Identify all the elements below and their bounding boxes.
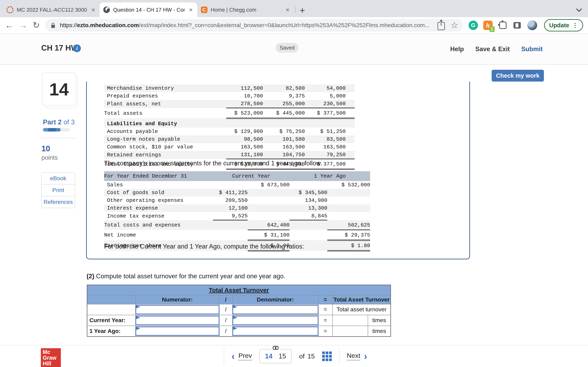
cell-flag-icon [233,316,237,321]
numerator-input-3[interactable] [135,326,219,336]
honey-badge: 1 [489,26,495,32]
table-header-row: For Year Ended December 31Current Year1 … [104,171,370,181]
denominator-input-1[interactable] [232,305,319,314]
amount-cell: $ 523,000 [226,108,263,118]
amount-cell: 54,000 [305,84,346,92]
canvas-favicon-icon [7,6,13,13]
amount-cell: 502,625 [327,220,370,230]
saved-status-badge: Saved [276,43,298,53]
column-header: 1 Year Ago [290,171,370,181]
chevron-down-icon[interactable] [576,6,582,12]
amount-cell: 83,500 [305,135,346,143]
tab-canvas-course[interactable]: MC 2022 FALL-ACC112 30008 × [3,2,100,17]
ebook-button[interactable]: eBook [42,173,75,184]
linked-page: 15 [279,352,286,360]
tab-strip: MC 2022 FALL-ACC112 30008 × Question 14 … [0,0,588,17]
profile-avatar[interactable] [527,20,537,30]
table-row: Other operating expenses209,550134,980 [104,197,370,204]
print-button[interactable]: Print [42,184,75,196]
amount-cell: 9,375 [263,92,305,100]
amount-cell: 163,500 [226,143,263,151]
more-menu-icon[interactable]: ⋮ [572,22,578,29]
prev-button[interactable]: ‹ Prev [232,351,252,361]
answer-cell-2[interactable] [333,315,368,326]
row-label: Current Year: [87,315,136,326]
chevron-right-icon: › [364,351,367,361]
amount-cell: 13,300 [290,204,327,212]
address-bar[interactable]: https://ezto.mheducation.com/ext/map/ind… [45,19,463,32]
page-count: of 15 [299,352,315,360]
references-button[interactable]: References [42,196,75,208]
save-exit-button[interactable]: Save & Exit [475,45,510,53]
table-title: Total Asset Turnover [87,285,391,295]
url-path: /ext/map/index.html?_con=con&external_br… [139,22,430,28]
numerator-input-2[interactable] [135,316,219,325]
forward-button[interactable]: → [19,21,27,30]
account-label: Total costs and expenses [104,220,213,230]
tab-chegg-home[interactable]: C Home | Chegg.com × [197,2,294,17]
result-header: Total Asset Turnover [333,295,391,304]
task-number: (2) [86,273,94,280]
amount-cell: $ 445,000 [263,108,305,118]
question-grid-icon[interactable] [322,351,332,361]
equals-header: = [318,295,333,304]
next-button[interactable]: Next › [347,351,367,361]
table-header-row: Numerator: / Denominator: = Total Asset … [87,295,391,304]
url-text: https://ezto.mheducation.com/ext/map/ind… [60,22,436,29]
account-label: Other operating expenses [104,197,213,204]
update-button[interactable]: Update⋮ [544,19,583,31]
side-panel-icon[interactable] [513,22,521,29]
page-title: CH 17 HW [41,44,78,52]
income-statement-table: For Year Ended December 31Current Year1 … [104,171,370,251]
submit-button[interactable]: Submit [521,45,543,53]
close-icon[interactable]: × [188,6,194,14]
part-progress-label: Part 2 of 3 [43,118,75,126]
extensions-puzzle-icon[interactable] [499,22,507,29]
check-my-work-button[interactable]: Check my work [492,70,544,82]
tab-question-14[interactable]: Question 14 - CH 17 HW - Con × [100,2,197,17]
info-icon[interactable]: i [73,44,81,52]
table-row: Prepaid expenses10,7009,3755,000 [104,92,355,100]
pagination-footer: Mc Graw Hill ‹ Prev 14 15 of 15 Next [0,345,588,367]
grammarly-extension-icon[interactable]: G [468,21,478,30]
close-icon[interactable]: × [90,6,96,14]
close-icon[interactable]: × [285,6,290,14]
amount-cell: 255,000 [263,100,305,108]
cell-flag-icon [233,327,237,332]
amount-cell: $ 345,500 [290,189,327,197]
denominator-input-2[interactable] [232,316,319,325]
amount-cell: 79,250 [305,151,346,159]
page-number-box[interactable]: 14 15 [259,349,292,363]
tab-title: Home | Chegg.com [211,7,282,13]
answer-cell-3[interactable] [333,326,368,337]
current-page: 14 [265,352,273,360]
amount-cell: $ 31,100 [248,230,290,240]
header-links: Help Save & Exit Submit [450,34,543,64]
amount-cell: 9,525 [213,212,248,220]
divider [224,347,224,365]
reload-button[interactable]: ↻ [33,21,40,30]
part-current: Part 2 [43,118,62,126]
formula-row: / = Total asset turnover [87,304,391,315]
url-host: ezto.mheducation.com [77,22,139,28]
chevron-left-icon: ‹ [232,351,235,361]
amount-cell: 131,100 [226,151,263,159]
table-row: Plant assets, net278,500255,000230,500 [104,100,355,108]
times-cell: times [368,315,391,326]
amount-cell: 101,500 [263,135,305,143]
share-icon[interactable] [438,22,445,30]
back-button[interactable]: ← [5,21,13,30]
task-instruction: (2) Compute total asset turnover for the… [86,273,285,280]
bookmark-star-icon[interactable]: ☆ [450,21,458,30]
honey-extension-icon[interactable]: h1 [483,21,493,30]
new-tab-button[interactable]: + [297,5,308,16]
amount-cell: 12,100 [213,204,248,212]
times-cell: times [368,326,391,337]
resource-buttons: eBook Print References [41,172,75,208]
denominator-input-3[interactable] [232,326,319,336]
numerator-input-1[interactable] [135,305,219,314]
income-statement-intro: The company’s income statements for the … [104,160,322,167]
table-row: Income tax expense9,5258,845 [104,212,370,220]
help-button[interactable]: Help [450,45,464,53]
slash-cell: / [219,315,233,326]
